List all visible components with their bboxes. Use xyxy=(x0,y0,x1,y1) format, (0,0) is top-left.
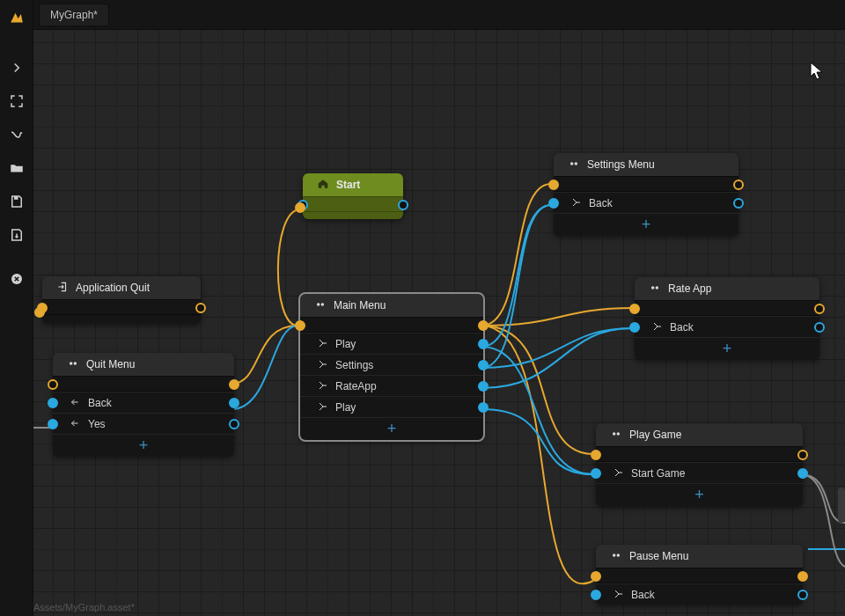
flow-out-port[interactable] xyxy=(797,571,808,582)
node-row[interactable]: Back xyxy=(635,316,819,337)
node-row[interactable]: Back xyxy=(53,392,234,413)
row-label: Back xyxy=(88,397,112,409)
plus-icon: + xyxy=(694,486,704,504)
close-icon[interactable] xyxy=(5,268,28,290)
flow-out-port[interactable] xyxy=(195,303,206,313)
svg-point-2 xyxy=(70,362,73,365)
logo-icon[interactable] xyxy=(5,7,28,30)
folder-icon[interactable] xyxy=(5,157,28,180)
row-label: Back xyxy=(589,197,613,209)
svg-point-5 xyxy=(321,303,325,306)
add-row-button[interactable]: + xyxy=(596,483,803,506)
fit-icon[interactable] xyxy=(5,90,28,113)
canvas-scrollbar[interactable] xyxy=(838,488,845,523)
node-header[interactable]: Play Game xyxy=(596,423,803,446)
row-out-port[interactable] xyxy=(797,468,808,479)
add-row-button[interactable]: + xyxy=(554,213,738,236)
node-row[interactable]: Back xyxy=(596,583,803,605)
chevron-right-icon[interactable] xyxy=(5,56,28,79)
row-in-port[interactable] xyxy=(48,419,58,429)
view-icon xyxy=(67,357,79,372)
flow-in-port[interactable] xyxy=(591,571,601,582)
flow-out-port[interactable] xyxy=(398,200,408,210)
node-main-menu[interactable]: Main Menu Play Settings RateApp xyxy=(300,294,483,440)
node-row[interactable]: Start Game xyxy=(596,462,803,483)
svg-point-4 xyxy=(317,303,320,306)
row-in-port[interactable] xyxy=(591,468,601,479)
flow-in-port[interactable] xyxy=(295,320,305,331)
row-label: Back xyxy=(631,589,655,601)
row-in-port[interactable] xyxy=(629,322,640,333)
row-out-port[interactable] xyxy=(478,339,489,349)
node-title: Settings Menu xyxy=(587,158,655,171)
node-rate-app[interactable]: Rate App Back + xyxy=(635,277,819,360)
start-in-port[interactable] xyxy=(295,202,305,213)
node-pause-menu[interactable]: Pause Menu Back xyxy=(596,545,803,605)
flow-in-port[interactable] xyxy=(629,304,640,314)
tab-mygraph[interactable]: MyGraph* xyxy=(39,4,109,26)
row-label: Settings xyxy=(335,359,373,371)
row-in-port[interactable] xyxy=(548,198,559,209)
svg-point-8 xyxy=(651,286,655,290)
row-out-port[interactable] xyxy=(478,381,489,392)
tab-bar: MyGraph* xyxy=(33,0,845,30)
node-header[interactable]: Application Quit xyxy=(42,276,201,299)
svg-point-10 xyxy=(613,432,616,436)
node-header[interactable]: Pause Menu xyxy=(596,545,803,568)
plus-icon: + xyxy=(723,340,732,358)
node-row[interactable]: Play xyxy=(300,333,483,354)
svg-point-7 xyxy=(575,162,578,165)
flow-icon[interactable] xyxy=(5,123,28,146)
node-title: Rate App xyxy=(668,282,711,295)
node-row[interactable]: RateApp xyxy=(300,375,483,396)
flow-in-port[interactable] xyxy=(591,450,601,460)
node-play-game[interactable]: Play Game Start Game + xyxy=(596,423,803,506)
node-header[interactable]: Settings Menu xyxy=(554,153,738,176)
node-quit-menu[interactable]: Quit Menu Back Yes + xyxy=(53,353,234,457)
flow-out-port[interactable] xyxy=(733,180,744,190)
add-row-button[interactable]: + xyxy=(300,417,483,440)
node-start[interactable]: Start xyxy=(303,173,403,219)
node-header[interactable]: Start xyxy=(303,173,403,196)
appquit-in-port[interactable] xyxy=(34,307,45,318)
node-row[interactable]: Settings xyxy=(300,354,483,375)
row-out-port[interactable] xyxy=(229,398,239,408)
flow-in-port[interactable] xyxy=(48,379,58,390)
node-header[interactable]: Main Menu xyxy=(300,294,483,317)
flow-out-port[interactable] xyxy=(797,450,808,460)
node-row[interactable]: Back xyxy=(554,192,738,213)
row-label: Play xyxy=(335,338,356,350)
home-icon xyxy=(317,178,329,193)
row-in-port[interactable] xyxy=(48,398,58,408)
flow-in-port[interactable] xyxy=(548,180,559,190)
row-out-port[interactable] xyxy=(733,198,744,209)
view-icon xyxy=(649,282,661,297)
export-icon[interactable] xyxy=(5,224,28,246)
node-row[interactable]: Play xyxy=(300,396,483,417)
row-label: Yes xyxy=(88,418,106,430)
flow-out-port[interactable] xyxy=(814,304,825,314)
action-icon xyxy=(70,397,83,409)
row-out-port[interactable] xyxy=(229,419,239,429)
row-in-port[interactable] xyxy=(591,590,601,600)
row-out-port[interactable] xyxy=(814,322,825,333)
node-application-quit[interactable]: Application Quit xyxy=(42,276,201,324)
row-out-port[interactable] xyxy=(797,590,808,600)
add-row-button[interactable]: + xyxy=(635,337,819,360)
graph-canvas[interactable]: Application Quit Start Quit Menu xyxy=(33,30,845,616)
add-row-button[interactable]: + xyxy=(53,434,234,457)
node-title: Pause Menu xyxy=(629,550,688,562)
view-icon xyxy=(314,298,327,313)
node-row[interactable]: Yes xyxy=(53,413,234,434)
node-header[interactable]: Quit Menu xyxy=(53,353,234,376)
action-icon xyxy=(70,418,83,430)
flow-out-port[interactable] xyxy=(478,320,489,331)
flow-out-port[interactable] xyxy=(229,379,239,390)
save-icon[interactable] xyxy=(5,190,28,213)
node-flow-row xyxy=(554,176,738,192)
node-header[interactable]: Rate App xyxy=(635,277,819,300)
node-settings-menu[interactable]: Settings Menu Back + xyxy=(554,153,738,236)
row-out-port[interactable] xyxy=(478,360,489,370)
action-icon xyxy=(318,380,330,392)
row-out-port[interactable] xyxy=(478,402,489,413)
